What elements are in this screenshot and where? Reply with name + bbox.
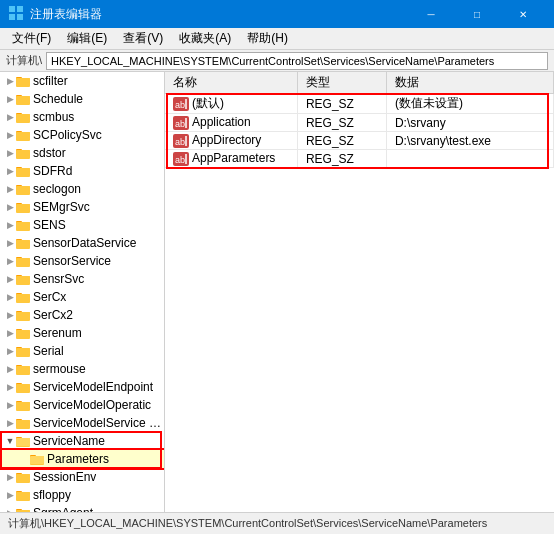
tree-expand-icon[interactable]: ▶ [4, 507, 16, 512]
tree-item-SgrmAgent[interactable]: ▶ SgrmAgent [0, 504, 164, 512]
tree-item-ServiceModelOperat[interactable]: ▶ ServiceModelOperatic [0, 396, 164, 414]
tree-label: SessionEnv [33, 470, 96, 484]
table-row[interactable]: ab ApplicationREG_SZD:\srvany [165, 114, 554, 132]
tree-item-ServiceModelEndpoint[interactable]: ▶ ServiceModelEndpoint [0, 378, 164, 396]
value-type-icon: ab [173, 134, 189, 148]
tree-expand-icon[interactable]: ▶ [4, 381, 16, 393]
svg-rect-30 [16, 222, 30, 230]
column-header-1: 类型 [297, 72, 386, 94]
value-type-icon: ab [173, 97, 189, 111]
folder-icon [16, 291, 30, 303]
maximize-button[interactable]: □ [454, 0, 500, 28]
tree-item-SessionEnv[interactable]: ▶ SessionEnv [0, 468, 164, 486]
folder-icon [16, 75, 30, 87]
svg-rect-9 [16, 96, 30, 104]
tree-pane[interactable]: ▶ scfilter▶ Schedule▶ scmbus▶ SCPolicySv… [0, 72, 165, 512]
menu-file[interactable]: 文件(F) [4, 28, 59, 49]
tree-label: scfilter [33, 74, 68, 88]
table-row[interactable]: ab AppDirectoryREG_SZD:\srvany\test.exe [165, 132, 554, 150]
tree-item-ServiceModelSvc[interactable]: ▶ ServiceModelService … [0, 414, 164, 432]
tree-label: SensorDataService [33, 236, 136, 250]
tree-label: sermouse [33, 362, 86, 376]
tree-label: Schedule [33, 92, 83, 106]
cell-name-1: ab Application [165, 114, 297, 132]
tree-expand-icon[interactable]: ▶ [4, 255, 16, 267]
tree-item-Serial[interactable]: ▶ Serial [0, 342, 164, 360]
cell-type-1: REG_SZ [297, 114, 386, 132]
tree-item-SCPolicySvc[interactable]: ▶ SCPolicySvc [0, 126, 164, 144]
tree-item-SerCx[interactable]: ▶ SerCx [0, 288, 164, 306]
tree-label: SensrSvc [33, 272, 84, 286]
menu-view[interactable]: 查看(V) [115, 28, 171, 49]
tree-expand-icon[interactable]: ▶ [4, 201, 16, 213]
tree-item-SensrSvc[interactable]: ▶ SensrSvc [0, 270, 164, 288]
menu-bar: 文件(F) 编辑(E) 查看(V) 收藏夹(A) 帮助(H) [0, 28, 554, 50]
right-pane[interactable]: 名称类型数据 ab (默认)REG_SZ(数值未设置) ab Applicati… [165, 72, 554, 512]
tree-expand-icon[interactable]: ▶ [4, 291, 16, 303]
menu-favorites[interactable]: 收藏夹(A) [171, 28, 239, 49]
tree-expand-icon[interactable]: ▶ [4, 309, 16, 321]
app-icon [8, 5, 24, 24]
tree-label: SDFRd [33, 164, 72, 178]
value-type-icon: ab [173, 152, 189, 166]
tree-expand-icon[interactable]: ▶ [4, 183, 16, 195]
address-path[interactable]: HKEY_LOCAL_MACHINE\SYSTEM\CurrentControl… [46, 52, 548, 70]
tree-expand-icon[interactable] [18, 453, 30, 465]
menu-help[interactable]: 帮助(H) [239, 28, 296, 49]
menu-edit[interactable]: 编辑(E) [59, 28, 115, 49]
tree-label: SensorService [33, 254, 111, 268]
close-button[interactable]: ✕ [500, 0, 546, 28]
tree-expand-icon[interactable]: ▶ [4, 399, 16, 411]
tree-item-sermouse[interactable]: ▶ sermouse [0, 360, 164, 378]
tree-item-Serenum[interactable]: ▶ Serenum [0, 324, 164, 342]
tree-item-SensorDataService[interactable]: ▶ SensorDataService [0, 234, 164, 252]
tree-item-Parameters[interactable]: Parameters [0, 450, 164, 468]
tree-expand-icon[interactable]: ▶ [4, 129, 16, 141]
svg-rect-21 [16, 168, 30, 176]
folder-icon [16, 183, 30, 195]
tree-expand-icon[interactable]: ▶ [4, 93, 16, 105]
tree-expand-icon[interactable]: ▶ [4, 363, 16, 375]
address-label: 计算机\ [6, 53, 42, 68]
tree-expand-icon[interactable]: ▶ [4, 165, 16, 177]
svg-rect-36 [16, 258, 30, 266]
tree-item-sdstor[interactable]: ▶ sdstor [0, 144, 164, 162]
tree-expand-icon[interactable]: ▶ [4, 327, 16, 339]
minimize-button[interactable]: ─ [408, 0, 454, 28]
folder-icon [16, 273, 30, 285]
tree-expand-icon[interactable]: ▶ [4, 219, 16, 231]
folder-icon [16, 345, 30, 357]
tree-expand-icon[interactable]: ▶ [4, 345, 16, 357]
tree-item-scmbus[interactable]: ▶ scmbus [0, 108, 164, 126]
svg-text:ab: ab [175, 155, 185, 165]
tree-expand-icon[interactable]: ▶ [4, 111, 16, 123]
tree-item-Schedule[interactable]: ▶ Schedule [0, 90, 164, 108]
tree-item-SENS[interactable]: ▶ SENS [0, 216, 164, 234]
tree-expand-icon[interactable]: ▶ [4, 237, 16, 249]
folder-icon [30, 453, 44, 465]
folder-icon [16, 417, 30, 429]
svg-rect-78 [16, 510, 30, 512]
cell-data-3 [386, 150, 553, 168]
tree-expand-icon[interactable]: ▶ [4, 75, 16, 87]
tree-item-sfloppy[interactable]: ▶ sfloppy [0, 486, 164, 504]
tree-item-SerCx2[interactable]: ▶ SerCx2 [0, 306, 164, 324]
table-row[interactable]: ab AppParametersREG_SZ [165, 150, 554, 168]
tree-expand-icon[interactable]: ▶ [4, 471, 16, 483]
tree-item-ServiceName[interactable]: ▼ ServiceName [0, 432, 164, 450]
tree-expand-icon[interactable]: ▶ [4, 147, 16, 159]
tree-label: scmbus [33, 110, 74, 124]
tree-item-seclogon[interactable]: ▶ seclogon [0, 180, 164, 198]
cell-data-0: (数值未设置) [386, 94, 553, 114]
tree-label: sfloppy [33, 488, 71, 502]
tree-expand-icon[interactable]: ▼ [4, 435, 16, 447]
tree-label: ServiceModelOperatic [33, 398, 151, 412]
tree-expand-icon[interactable]: ▶ [4, 273, 16, 285]
tree-expand-icon[interactable]: ▶ [4, 489, 16, 501]
tree-item-SensorService[interactable]: ▶ SensorService [0, 252, 164, 270]
tree-item-SEMgrSvc[interactable]: ▶ SEMgrSvc [0, 198, 164, 216]
tree-item-SDFRd[interactable]: ▶ SDFRd [0, 162, 164, 180]
tree-expand-icon[interactable]: ▶ [4, 417, 16, 429]
table-row[interactable]: ab (默认)REG_SZ(数值未设置) [165, 94, 554, 114]
tree-item-scfilter[interactable]: ▶ scfilter [0, 72, 164, 90]
